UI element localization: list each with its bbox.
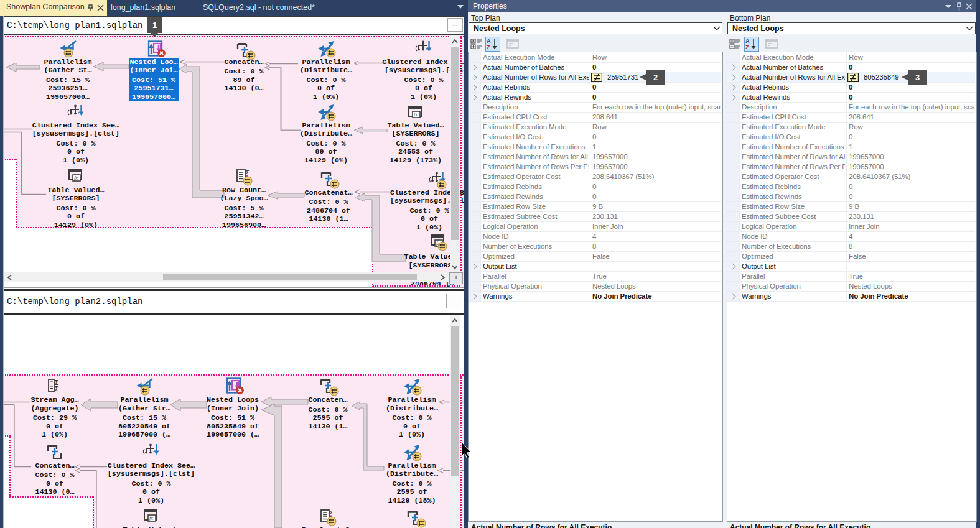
svg-text:Z: Z — [745, 44, 749, 50]
svg-text:A: A — [745, 38, 750, 44]
svg-text:Z: Z — [487, 44, 490, 50]
svg-text:A: A — [487, 38, 491, 44]
